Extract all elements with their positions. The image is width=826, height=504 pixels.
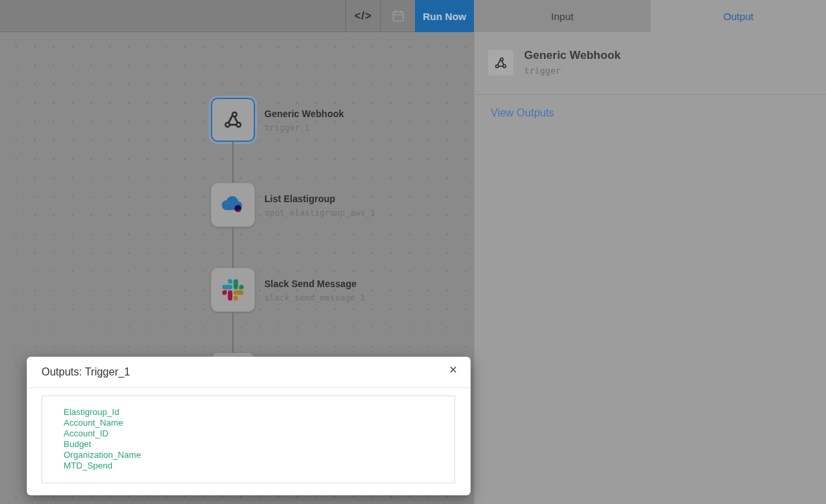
node-subtitle: trigger_1 [264,122,310,133]
output-field-link[interactable]: Account_ID [64,428,108,439]
output-field-link[interactable]: Elastigroup_Id [64,407,119,418]
spot-cloud-icon [220,194,246,216]
close-icon[interactable]: × [449,363,457,376]
node-subtitle: slack_send_message_1 [264,292,365,303]
code-icon: </> [354,10,371,22]
connector-line [232,312,234,353]
panel-divider [475,94,826,95]
panel-subtitle: trigger [524,66,561,76]
output-field-link[interactable]: MTD_Spend [64,460,112,471]
node-subtitle: spot_elastigroup_aws_1 [264,207,376,218]
output-field-link[interactable]: Organization_Name [64,450,141,460]
panel-icon-tile [488,50,513,76]
modal-header: Outputs: Trigger_1 × [27,357,471,388]
node-slack-send-message[interactable] [211,268,255,312]
webhook-icon [221,108,245,132]
webhook-icon [493,55,509,71]
connector-line [232,142,234,183]
calendar-icon [391,9,406,23]
output-field-link[interactable]: Account_Name [64,418,123,428]
node-list-elastigroup[interactable] [211,183,255,227]
tab-output[interactable]: Output [651,0,826,32]
view-outputs-link[interactable]: View Outputs [491,107,554,119]
tab-input-label: Input [551,11,573,22]
run-now-label: Run Now [423,11,467,22]
output-field-link[interactable]: Budget [64,439,91,450]
slack-icon [222,279,244,301]
panel-title: Generic Webhook [524,49,621,62]
schedule-button[interactable] [381,0,415,31]
node-generic-webhook[interactable] [211,98,255,142]
modal-title: Outputs: Trigger_1 [42,366,131,378]
node-title: List Elastigroup [264,193,335,204]
node-title: Generic Webhook [264,108,344,119]
canvas-toolbar: </> Run Now [0,0,474,32]
modal-body: Elastigroup_IdAccount_NameAccount_IDBudg… [27,388,471,483]
outputs-box: Elastigroup_IdAccount_NameAccount_IDBudg… [42,396,455,483]
connector-line [232,227,234,268]
top-bar: </> Run Now Input Output [0,0,826,32]
tab-input[interactable]: Input [474,0,651,32]
node-title: Slack Send Message [264,278,357,289]
run-now-button[interactable]: Run Now [415,0,474,32]
tab-output-label: Output [723,11,753,22]
outputs-modal: Outputs: Trigger_1 × Elastigroup_IdAccou… [27,357,471,495]
output-panel: Generic Webhook trigger View Outputs [474,32,826,504]
code-view-button[interactable]: </> [346,0,380,31]
